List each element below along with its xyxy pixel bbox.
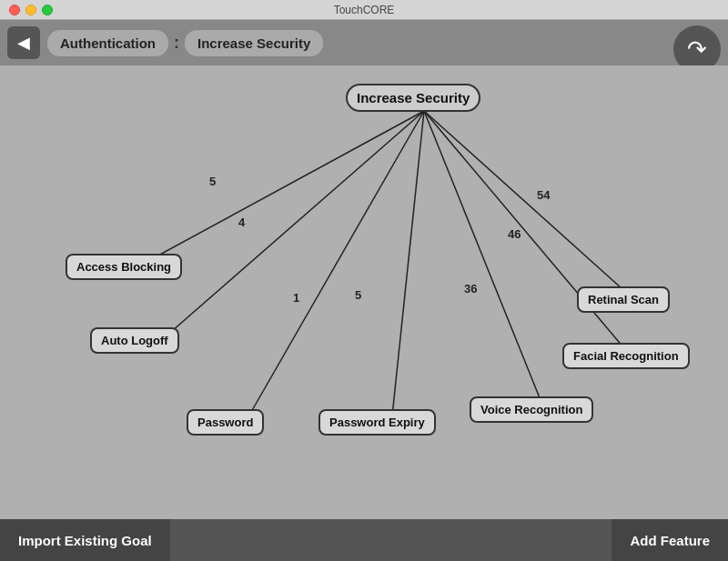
node-increase-security[interactable]: Increase Security — [346, 84, 480, 112]
svg-line-5 — [424, 111, 633, 359]
close-button[interactable] — [9, 5, 20, 15]
minimize-button[interactable] — [25, 5, 36, 15]
navbar: Authentication : Increase Security — [0, 20, 728, 65]
bottom-bar: Import Existing Goal Add Feature — [0, 519, 728, 561]
breadcrumb-increase-security[interactable]: Increase Security — [185, 30, 323, 56]
edge-label-36: 36 — [464, 282, 477, 296]
edge-label-5a: 5 — [209, 175, 216, 188]
window-title: TouchCORE — [334, 4, 395, 16]
redo-icon: ↷ — [687, 35, 707, 64]
node-facial-recognition[interactable]: Facial Recognition — [562, 343, 690, 369]
svg-line-1 — [157, 111, 424, 344]
import-existing-goal-button[interactable]: Import Existing Goal — [0, 519, 170, 561]
node-password-expiry[interactable]: Password Expiry — [318, 409, 436, 436]
svg-line-6 — [424, 111, 640, 305]
svg-line-0 — [136, 111, 424, 267]
breadcrumb-authentication[interactable]: Authentication — [47, 30, 168, 56]
edge-label-46: 46 — [508, 227, 521, 241]
svg-line-3 — [391, 111, 424, 425]
node-auto-logoff[interactable]: Auto Logoff — [90, 327, 179, 354]
add-feature-button[interactable]: Add Feature — [612, 519, 728, 561]
edge-label-5b: 5 — [355, 288, 361, 302]
breadcrumb-separator: : — [174, 34, 179, 53]
window-controls — [9, 5, 53, 15]
breadcrumb: Authentication : Increase Security — [47, 30, 341, 56]
breadcrumb-arrow-icon — [330, 35, 341, 50]
node-retinal-scan[interactable]: Retinal Scan — [577, 286, 670, 313]
edge-label-4: 4 — [238, 215, 245, 229]
node-voice-recognition[interactable]: Voice Recognition — [470, 396, 593, 423]
svg-line-2 — [244, 111, 424, 425]
node-access-blocking[interactable]: Access Blocking — [66, 254, 182, 280]
node-password[interactable]: Password — [187, 409, 264, 436]
graph-canvas: Increase Security Access Blocking Auto L… — [0, 65, 728, 528]
edge-label-1: 1 — [293, 291, 299, 305]
svg-line-4 — [424, 111, 546, 414]
back-button[interactable] — [7, 26, 40, 59]
edge-label-54: 54 — [537, 188, 550, 202]
titlebar: TouchCORE — [0, 0, 728, 20]
maximize-button[interactable] — [42, 5, 53, 15]
